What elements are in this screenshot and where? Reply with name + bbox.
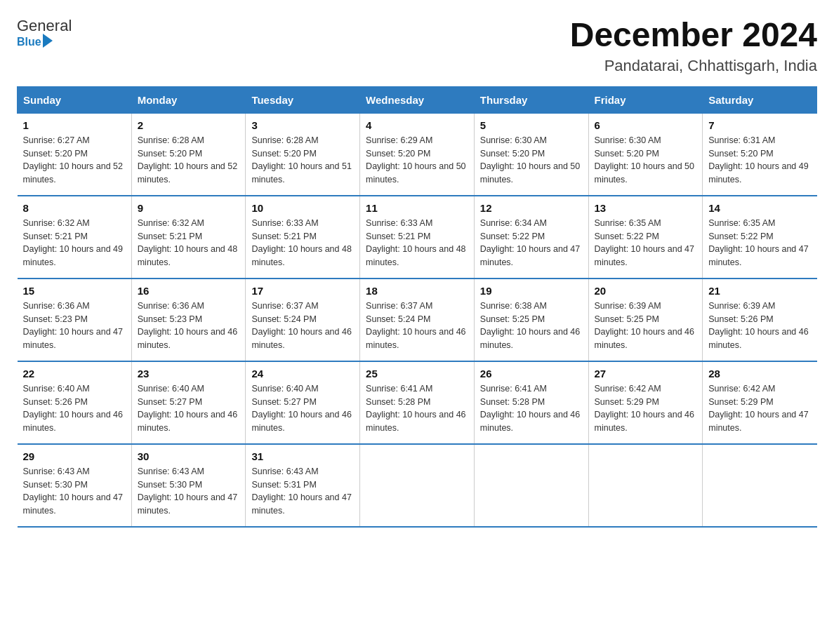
calendar-week-row: 29 Sunrise: 6:43 AMSunset: 5:30 PMDaylig… <box>18 444 817 527</box>
calendar-week-row: 15 Sunrise: 6:36 AMSunset: 5:23 PMDaylig… <box>18 279 817 361</box>
day-number: 29 <box>23 450 126 462</box>
calendar-cell: 7 Sunrise: 6:31 AMSunset: 5:20 PMDayligh… <box>703 113 817 196</box>
calendar-cell: 5 Sunrise: 6:30 AMSunset: 5:20 PMDayligh… <box>474 113 588 196</box>
day-number: 5 <box>480 119 583 131</box>
calendar-cell: 12 Sunrise: 6:34 AMSunset: 5:22 PMDaylig… <box>474 196 588 279</box>
calendar-cell <box>474 444 588 527</box>
day-info: Sunrise: 6:41 AMSunset: 5:28 PMDaylight:… <box>480 382 583 435</box>
day-number: 20 <box>595 285 697 297</box>
calendar-cell: 3 Sunrise: 6:28 AMSunset: 5:20 PMDayligh… <box>246 113 360 196</box>
calendar-cell: 2 Sunrise: 6:28 AMSunset: 5:20 PMDayligh… <box>131 113 246 196</box>
day-info: Sunrise: 6:43 AMSunset: 5:30 PMDaylight:… <box>23 465 126 518</box>
title-block: December 2024 Pandatarai, Chhattisgarh, … <box>570 17 817 75</box>
calendar-week-row: 22 Sunrise: 6:40 AMSunset: 5:26 PMDaylig… <box>18 361 817 444</box>
day-number: 14 <box>708 202 811 214</box>
calendar-cell: 4 Sunrise: 6:29 AMSunset: 5:20 PMDayligh… <box>360 113 475 196</box>
day-info: Sunrise: 6:40 AMSunset: 5:27 PMDaylight:… <box>251 382 354 435</box>
calendar-cell <box>588 444 703 527</box>
calendar-cell: 27 Sunrise: 6:42 AMSunset: 5:29 PMDaylig… <box>588 361 703 444</box>
calendar-cell: 23 Sunrise: 6:40 AMSunset: 5:27 PMDaylig… <box>131 361 246 444</box>
day-number: 17 <box>251 285 354 297</box>
day-info: Sunrise: 6:39 AMSunset: 5:26 PMDaylight:… <box>708 300 811 352</box>
calendar-cell <box>360 444 475 527</box>
day-info: Sunrise: 6:31 AMSunset: 5:20 PMDaylight:… <box>708 134 811 187</box>
day-number: 23 <box>138 368 240 380</box>
calendar-cell: 30 Sunrise: 6:43 AMSunset: 5:30 PMDaylig… <box>131 444 246 527</box>
day-info: Sunrise: 6:35 AMSunset: 5:22 PMDaylight:… <box>595 217 697 269</box>
calendar-week-row: 1 Sunrise: 6:27 AMSunset: 5:20 PMDayligh… <box>18 113 817 196</box>
day-number: 21 <box>708 285 811 297</box>
day-info: Sunrise: 6:28 AMSunset: 5:20 PMDaylight:… <box>138 134 240 187</box>
calendar-cell: 15 Sunrise: 6:36 AMSunset: 5:23 PMDaylig… <box>18 279 132 361</box>
header-thursday: Thursday <box>474 86 588 113</box>
day-info: Sunrise: 6:32 AMSunset: 5:21 PMDaylight:… <box>138 217 240 269</box>
day-info: Sunrise: 6:39 AMSunset: 5:25 PMDaylight:… <box>595 300 697 352</box>
calendar-cell: 21 Sunrise: 6:39 AMSunset: 5:26 PMDaylig… <box>703 279 817 361</box>
day-number: 7 <box>708 119 811 131</box>
calendar-cell: 22 Sunrise: 6:40 AMSunset: 5:26 PMDaylig… <box>18 361 132 444</box>
day-number: 9 <box>138 202 240 214</box>
day-number: 19 <box>480 285 583 297</box>
day-number: 27 <box>595 368 697 380</box>
day-info: Sunrise: 6:30 AMSunset: 5:20 PMDaylight:… <box>480 134 583 187</box>
day-number: 28 <box>708 368 811 380</box>
calendar-cell: 1 Sunrise: 6:27 AMSunset: 5:20 PMDayligh… <box>18 113 132 196</box>
page-header: General Blue December 2024 Pandatarai, C… <box>17 17 817 75</box>
day-number: 26 <box>480 368 583 380</box>
logo-arrow-icon <box>43 34 53 48</box>
day-number: 1 <box>23 119 126 131</box>
calendar-cell <box>703 444 817 527</box>
day-number: 24 <box>251 368 354 380</box>
header-sunday: Sunday <box>18 86 132 113</box>
calendar-cell: 6 Sunrise: 6:30 AMSunset: 5:20 PMDayligh… <box>588 113 703 196</box>
calendar-cell: 18 Sunrise: 6:37 AMSunset: 5:24 PMDaylig… <box>360 279 475 361</box>
logo: General Blue <box>17 17 72 49</box>
calendar-cell: 19 Sunrise: 6:38 AMSunset: 5:25 PMDaylig… <box>474 279 588 361</box>
day-info: Sunrise: 6:38 AMSunset: 5:25 PMDaylight:… <box>480 300 583 352</box>
day-number: 22 <box>23 368 126 380</box>
location-subtitle: Pandatarai, Chhattisgarh, India <box>570 57 817 75</box>
day-number: 12 <box>480 202 583 214</box>
calendar-cell: 16 Sunrise: 6:36 AMSunset: 5:23 PMDaylig… <box>131 279 246 361</box>
day-number: 6 <box>595 119 697 131</box>
day-info: Sunrise: 6:32 AMSunset: 5:21 PMDaylight:… <box>23 217 126 269</box>
day-info: Sunrise: 6:36 AMSunset: 5:23 PMDaylight:… <box>23 300 126 352</box>
day-info: Sunrise: 6:28 AMSunset: 5:20 PMDaylight:… <box>251 134 354 187</box>
day-number: 31 <box>251 450 354 462</box>
day-number: 3 <box>251 119 354 131</box>
calendar-cell: 25 Sunrise: 6:41 AMSunset: 5:28 PMDaylig… <box>360 361 475 444</box>
day-number: 15 <box>23 285 126 297</box>
day-number: 16 <box>138 285 240 297</box>
logo-general-text: General <box>17 17 72 35</box>
day-number: 8 <box>23 202 126 214</box>
day-info: Sunrise: 6:33 AMSunset: 5:21 PMDaylight:… <box>251 217 354 269</box>
calendar-header-row: SundayMondayTuesdayWednesdayThursdayFrid… <box>18 86 817 113</box>
calendar-table: SundayMondayTuesdayWednesdayThursdayFrid… <box>17 86 817 528</box>
day-info: Sunrise: 6:30 AMSunset: 5:20 PMDaylight:… <box>595 134 697 187</box>
calendar-cell: 8 Sunrise: 6:32 AMSunset: 5:21 PMDayligh… <box>18 196 132 279</box>
header-wednesday: Wednesday <box>360 86 475 113</box>
day-number: 25 <box>366 368 468 380</box>
day-info: Sunrise: 6:33 AMSunset: 5:21 PMDaylight:… <box>366 217 468 269</box>
calendar-cell: 26 Sunrise: 6:41 AMSunset: 5:28 PMDaylig… <box>474 361 588 444</box>
day-number: 10 <box>251 202 354 214</box>
header-monday: Monday <box>131 86 246 113</box>
calendar-cell: 31 Sunrise: 6:43 AMSunset: 5:31 PMDaylig… <box>246 444 360 527</box>
logo-blue-text: Blue <box>17 36 41 48</box>
day-info: Sunrise: 6:36 AMSunset: 5:23 PMDaylight:… <box>138 300 240 352</box>
day-info: Sunrise: 6:40 AMSunset: 5:27 PMDaylight:… <box>138 382 240 435</box>
day-info: Sunrise: 6:41 AMSunset: 5:28 PMDaylight:… <box>366 382 468 435</box>
month-title: December 2024 <box>570 17 817 54</box>
calendar-cell: 24 Sunrise: 6:40 AMSunset: 5:27 PMDaylig… <box>246 361 360 444</box>
calendar-cell: 28 Sunrise: 6:42 AMSunset: 5:29 PMDaylig… <box>703 361 817 444</box>
calendar-cell: 9 Sunrise: 6:32 AMSunset: 5:21 PMDayligh… <box>131 196 246 279</box>
day-info: Sunrise: 6:37 AMSunset: 5:24 PMDaylight:… <box>366 300 468 352</box>
day-number: 13 <box>595 202 697 214</box>
calendar-cell: 20 Sunrise: 6:39 AMSunset: 5:25 PMDaylig… <box>588 279 703 361</box>
day-number: 2 <box>138 119 240 131</box>
day-number: 11 <box>366 202 468 214</box>
header-friday: Friday <box>588 86 703 113</box>
header-tuesday: Tuesday <box>246 86 360 113</box>
calendar-cell: 10 Sunrise: 6:33 AMSunset: 5:21 PMDaylig… <box>246 196 360 279</box>
calendar-cell: 11 Sunrise: 6:33 AMSunset: 5:21 PMDaylig… <box>360 196 475 279</box>
